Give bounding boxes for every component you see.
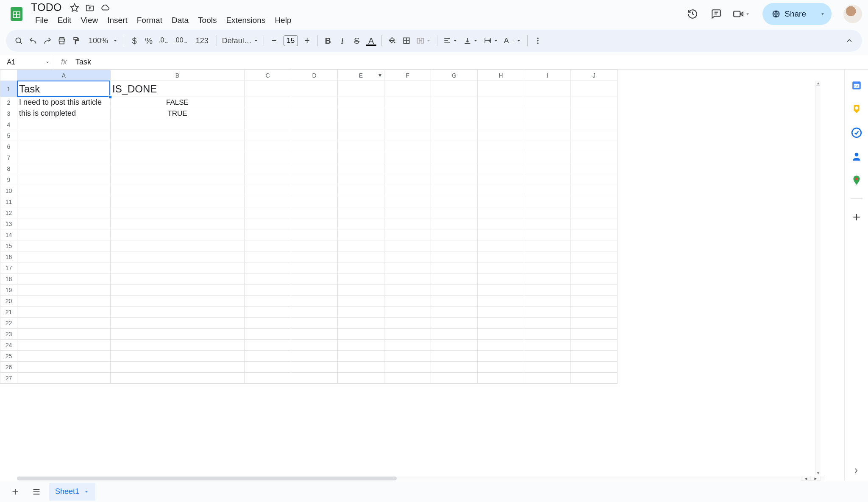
cell-D13[interactable] xyxy=(291,218,338,229)
cell-H5[interactable] xyxy=(478,130,524,141)
cell-D22[interactable] xyxy=(291,318,338,329)
star-icon[interactable] xyxy=(69,2,80,13)
cell-B9[interactable] xyxy=(111,174,245,185)
row-header[interactable]: 13 xyxy=(0,218,17,229)
vertical-align-icon[interactable] xyxy=(461,33,481,48)
cell-C14[interactable] xyxy=(245,229,291,240)
cell-G9[interactable] xyxy=(431,174,478,185)
cell-D19[interactable] xyxy=(291,284,338,296)
cell-F3[interactable] xyxy=(384,108,431,119)
cell-C2[interactable] xyxy=(245,97,291,108)
row-header[interactable]: 7 xyxy=(0,152,17,163)
cell-D15[interactable] xyxy=(291,240,338,251)
cell-C13[interactable] xyxy=(245,218,291,229)
cell-C5[interactable] xyxy=(245,130,291,141)
cell-A5[interactable] xyxy=(17,130,111,141)
cell-A25[interactable] xyxy=(17,351,111,362)
cell-D2[interactable] xyxy=(291,97,338,108)
number-format-icon[interactable]: 123 xyxy=(191,33,213,48)
cell-I26[interactable] xyxy=(524,362,571,373)
column-header-G[interactable]: G▾ xyxy=(431,70,478,81)
cell-D21[interactable] xyxy=(291,307,338,318)
cell-J24[interactable] xyxy=(571,340,618,351)
cell-G23[interactable] xyxy=(431,329,478,340)
calendar-app-icon[interactable]: 31 xyxy=(851,80,862,91)
cell-J4[interactable] xyxy=(571,119,618,130)
cell-C10[interactable] xyxy=(245,185,291,196)
column-header-A[interactable]: A▾ xyxy=(17,70,111,81)
cell-C17[interactable] xyxy=(245,262,291,273)
zoom-dropdown[interactable]: 100% xyxy=(84,33,120,48)
merge-cells-icon[interactable] xyxy=(414,33,434,48)
cell-E14[interactable] xyxy=(338,229,384,240)
cell-I14[interactable] xyxy=(524,229,571,240)
cell-F4[interactable] xyxy=(384,119,431,130)
cell-G25[interactable] xyxy=(431,351,478,362)
cell-G21[interactable] xyxy=(431,307,478,318)
cell-J18[interactable] xyxy=(571,273,618,284)
cell-C11[interactable] xyxy=(245,196,291,207)
cell-F5[interactable] xyxy=(384,130,431,141)
cell-D23[interactable] xyxy=(291,329,338,340)
cell-B12[interactable] xyxy=(111,207,245,218)
row-header[interactable]: 11 xyxy=(0,196,17,207)
column-header-B[interactable]: B▾ xyxy=(111,70,245,81)
row-header[interactable]: 4 xyxy=(0,119,17,130)
decrease-font-size-icon[interactable]: − xyxy=(267,33,281,48)
cell-E3[interactable] xyxy=(338,108,384,119)
cell-A6[interactable] xyxy=(17,141,111,152)
cell-D5[interactable] xyxy=(291,130,338,141)
cell-D10[interactable] xyxy=(291,185,338,196)
row-header[interactable]: 15 xyxy=(0,240,17,251)
cell-I12[interactable] xyxy=(524,207,571,218)
cell-J9[interactable] xyxy=(571,174,618,185)
cell-E20[interactable] xyxy=(338,296,384,307)
row-header[interactable]: 9 xyxy=(0,174,17,185)
cell-D17[interactable] xyxy=(291,262,338,273)
row-header[interactable]: 22 xyxy=(0,318,17,329)
tasks-app-icon[interactable] xyxy=(851,127,862,138)
cell-I8[interactable] xyxy=(524,163,571,174)
cell-A16[interactable] xyxy=(17,251,111,262)
cell-F24[interactable] xyxy=(384,340,431,351)
cell-F15[interactable] xyxy=(384,240,431,251)
cell-G16[interactable] xyxy=(431,251,478,262)
cell-H8[interactable] xyxy=(478,163,524,174)
row-header[interactable]: 25 xyxy=(0,351,17,362)
cell-E6[interactable] xyxy=(338,141,384,152)
cell-D6[interactable] xyxy=(291,141,338,152)
cell-B26[interactable] xyxy=(111,362,245,373)
cell-H26[interactable] xyxy=(478,362,524,373)
row-header[interactable]: 18 xyxy=(0,273,17,284)
cell-I3[interactable] xyxy=(524,108,571,119)
cell-B2[interactable]: FALSE xyxy=(111,97,245,108)
cell-G3[interactable] xyxy=(431,108,478,119)
cell-D11[interactable] xyxy=(291,196,338,207)
cell-B7[interactable] xyxy=(111,152,245,163)
cell-C16[interactable] xyxy=(245,251,291,262)
cell-C22[interactable] xyxy=(245,318,291,329)
cell-G1[interactable] xyxy=(431,81,478,97)
cell-C6[interactable] xyxy=(245,141,291,152)
cell-F27[interactable] xyxy=(384,373,431,384)
menu-edit[interactable]: Edit xyxy=(53,14,76,27)
cell-B19[interactable] xyxy=(111,284,245,296)
cell-B18[interactable] xyxy=(111,273,245,284)
italic-icon[interactable]: I xyxy=(336,33,349,48)
keep-app-icon[interactable] xyxy=(851,103,862,114)
column-header-I[interactable]: I▾ xyxy=(524,70,571,81)
fill-color-icon[interactable] xyxy=(385,33,399,48)
cell-D26[interactable] xyxy=(291,362,338,373)
search-icon[interactable] xyxy=(12,33,25,48)
column-header-E[interactable]: E▾ xyxy=(338,70,384,81)
cell-I24[interactable] xyxy=(524,340,571,351)
cell-H21[interactable] xyxy=(478,307,524,318)
cell-A14[interactable] xyxy=(17,229,111,240)
cell-H18[interactable] xyxy=(478,273,524,284)
cell-F21[interactable] xyxy=(384,307,431,318)
cell-F13[interactable] xyxy=(384,218,431,229)
cell-E11[interactable] xyxy=(338,196,384,207)
cell-F20[interactable] xyxy=(384,296,431,307)
cell-G24[interactable] xyxy=(431,340,478,351)
cell-J12[interactable] xyxy=(571,207,618,218)
